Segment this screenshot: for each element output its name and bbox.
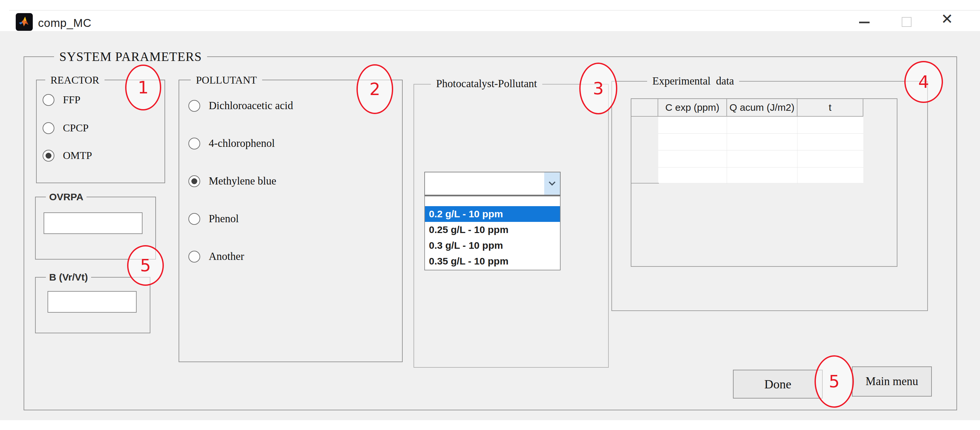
radio-cpcp-icon[interactable] — [43, 122, 54, 134]
table-cell[interactable] — [797, 117, 863, 134]
table-rowheader-3 — [632, 150, 659, 167]
window-title: comp_MC — [38, 16, 91, 30]
table-header-t: t — [797, 99, 863, 117]
b-ratio-label: B (Vr/Vt) — [46, 272, 91, 283]
radio-another-label: Another — [209, 250, 244, 263]
window-top-edge — [9, 10, 980, 11]
radio-methylene-blue-icon[interactable] — [188, 175, 200, 187]
table-body — [658, 117, 863, 183]
table-cell[interactable] — [727, 167, 797, 184]
radio-4-chlorophenol-icon[interactable] — [188, 138, 200, 150]
radio-phenol[interactable]: Phenol — [188, 213, 239, 225]
radio-4-chlorophenol[interactable]: 4-chlorophenol — [188, 137, 275, 150]
combobox-value — [425, 172, 544, 195]
table-row — [658, 117, 863, 134]
radio-another[interactable]: Another — [188, 250, 244, 263]
dropdown-item-blank[interactable] — [425, 196, 560, 206]
table-rowheader-4 — [632, 167, 659, 184]
annotation-circle-5-bottom: 5 — [815, 355, 854, 408]
table-row — [658, 167, 863, 184]
table-cell[interactable] — [797, 150, 863, 167]
b-ratio-input[interactable] — [48, 291, 137, 313]
table-cell[interactable] — [658, 167, 727, 184]
dropdown-item-0.25[interactable]: 0.25 g/L - 10 ppm — [425, 222, 560, 237]
matlab-icon — [16, 13, 33, 31]
annotation-circle-3: 3 — [579, 63, 617, 115]
table-header-qacum: Q acum (J/m2) — [727, 99, 797, 117]
experimental-data-table: C exp (ppm) Q acum (J/m2) t — [631, 98, 897, 267]
radio-ffp[interactable]: FFP — [43, 94, 80, 106]
table-cell[interactable] — [658, 150, 727, 167]
table-corner-header — [632, 99, 658, 117]
done-button[interactable]: Done — [733, 370, 823, 398]
radio-phenol-icon[interactable] — [188, 213, 200, 225]
system-parameters-label: SYSTEM PARAMETERS — [54, 49, 207, 64]
table-cell[interactable] — [727, 150, 797, 167]
radio-methylene-blue[interactable]: Methylene blue — [188, 175, 276, 187]
experimental-data-label: Experimental data — [647, 75, 739, 87]
ovrpa-input[interactable] — [44, 212, 143, 234]
annotation-circle-5-left: 5 — [127, 245, 164, 286]
dropdown-item-0.3[interactable]: 0.3 g/L - 10 ppm — [425, 237, 560, 253]
table-cell[interactable] — [727, 134, 797, 150]
radio-omtp[interactable]: OMTP — [43, 150, 92, 162]
ovrpa-label: OVRPA — [46, 191, 86, 202]
minimize-button[interactable] — [859, 22, 870, 23]
table-cell[interactable] — [658, 117, 727, 134]
annotation-circle-2: 2 — [356, 64, 393, 114]
close-button[interactable]: ✕ — [941, 12, 953, 26]
reactor-label: REACTOR — [45, 74, 105, 86]
radio-omtp-icon[interactable] — [43, 150, 54, 162]
radio-methylene-blue-label: Methylene blue — [209, 175, 276, 187]
table-cell[interactable] — [797, 167, 863, 184]
photocatalyst-combobox[interactable] — [424, 172, 561, 195]
table-row — [658, 150, 863, 167]
main-menu-button[interactable]: Main menu — [852, 366, 932, 397]
table-cell[interactable] — [797, 134, 863, 150]
radio-another-icon[interactable] — [188, 251, 200, 263]
annotation-circle-1: 1 — [125, 65, 161, 110]
table-cell[interactable] — [658, 134, 727, 150]
radio-ffp-label: FFP — [63, 94, 80, 106]
pollutant-label: POLLUTANT — [191, 74, 262, 86]
maximize-button[interactable] — [902, 17, 912, 27]
dropdown-item-0.35[interactable]: 0.35 g/L - 10 ppm — [425, 253, 560, 269]
dropdown-item-0.2[interactable]: 0.2 g/L - 10 ppm — [425, 206, 560, 222]
table-rowheader-2 — [632, 134, 659, 151]
radio-omtp-label: OMTP — [63, 150, 92, 162]
table-rowheader-1 — [632, 117, 659, 134]
radio-ffp-icon[interactable] — [43, 94, 54, 106]
table-header-cexp: C exp (ppm) — [658, 99, 727, 117]
radio-4-chlorophenol-label: 4-chlorophenol — [209, 137, 275, 150]
photocatalyst-label: Photocatalyst-Pollutant — [431, 78, 542, 90]
radio-cpcp[interactable]: CPCP — [43, 122, 89, 134]
radio-dichloroacetic-acid-icon[interactable] — [188, 100, 200, 112]
table-cell[interactable] — [727, 117, 797, 134]
radio-dichloroacetic-acid[interactable]: Dichloroacetic acid — [188, 100, 293, 112]
title-bar: comp_MC ✕ — [0, 0, 980, 31]
radio-cpcp-label: CPCP — [63, 122, 89, 134]
annotation-circle-4: 4 — [904, 61, 943, 103]
chevron-down-icon[interactable] — [544, 172, 560, 195]
radio-phenol-label: Phenol — [209, 213, 239, 225]
radio-dichloroacetic-acid-label: Dichloroacetic acid — [209, 100, 293, 112]
photocatalyst-dropdown-list: 0.2 g/L - 10 ppm 0.25 g/L - 10 ppm 0.3 g… — [424, 195, 561, 271]
app-window: comp_MC ✕ SYSTEM PARAMETERS REACTOR FFP … — [0, 0, 980, 430]
table-row — [658, 134, 863, 151]
